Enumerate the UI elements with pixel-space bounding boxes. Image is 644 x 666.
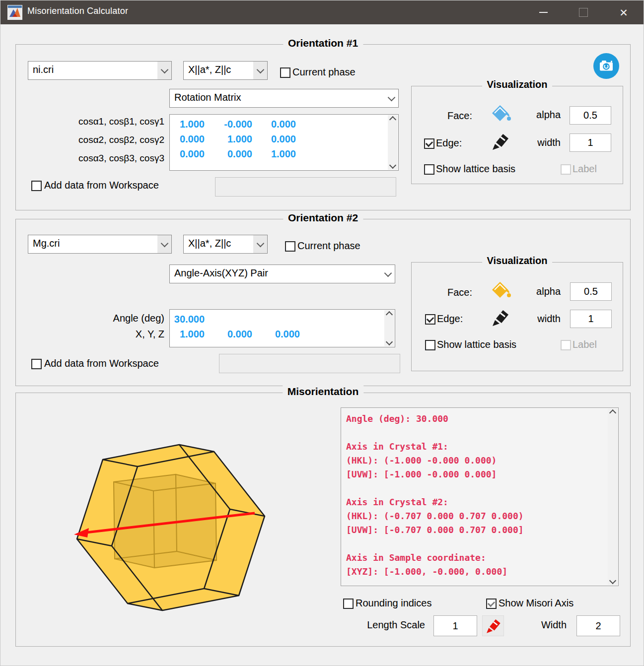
orientation1-edge-checkbox[interactable] (424, 138, 434, 149)
minimize-button[interactable] (528, 0, 558, 24)
orientation2-representation-dropdown[interactable]: Angle-Axis(XYZ) Pair (169, 265, 395, 283)
camera-icon (593, 53, 619, 79)
orientation1-width-input[interactable] (570, 133, 611, 152)
scroll-up-icon[interactable] (389, 116, 396, 123)
output-line: [XYZ]: [-1.000, -0.000, 0.000] (346, 565, 605, 579)
orientation1-workspace-input[interactable] (215, 177, 396, 197)
orientation2-label-checkbox[interactable] (561, 340, 571, 350)
scrollbar[interactable] (384, 310, 394, 346)
orientation2-workspace-input[interactable] (219, 354, 400, 373)
length-scale-input[interactable] (433, 615, 477, 636)
orientation2-width-input[interactable] (570, 310, 612, 328)
alpha-label: alpha (522, 109, 561, 121)
orientation1-representation-dropdown[interactable]: Rotation Matrix (169, 89, 399, 108)
dropdown-arrow (384, 89, 398, 107)
rounding-indices-label: Rounding indices (356, 598, 431, 609)
close-button[interactable]: ✕ (609, 0, 639, 24)
orientation2-lattice-checkbox[interactable] (425, 340, 435, 350)
orientation2-convention-value: X||a*, Z||c (188, 238, 231, 249)
visualization-title: Visualization (482, 255, 553, 266)
snapshot-camera-button[interactable] (593, 53, 619, 79)
crystal-3d-plot[interactable] (30, 402, 338, 646)
orientation2-title: Orientation #2 (283, 212, 363, 224)
dropdown-arrow (253, 235, 267, 253)
minimize-icon (539, 12, 548, 13)
dropdown-arrow (157, 62, 171, 79)
alpha-label: alpha (522, 286, 561, 297)
scroll-down-icon[interactable] (609, 577, 616, 584)
orientation1-edge-color-button[interactable] (488, 130, 512, 153)
orientation2-representation-value: Angle-Axis(XYZ) Pair (174, 267, 268, 279)
maximize-button[interactable] (569, 0, 598, 24)
misorientation-title: Misorientation (283, 386, 364, 398)
misori-width-input[interactable] (576, 615, 620, 636)
show-misori-axis-checkbox[interactable] (486, 599, 497, 609)
scroll-up-icon[interactable] (609, 409, 616, 416)
chevron-down-icon (160, 66, 168, 73)
output-line: (HKL): (-1.000 -0.000 0.000) (346, 454, 605, 467)
orientation1-title: Orientation #1 (283, 37, 363, 49)
matrix-row2-label: cosα2, cosβ2, cosγ2 (48, 134, 164, 145)
orientation1-workspace-checkbox[interactable] (31, 181, 42, 191)
length-scale-label: Length Scale (348, 619, 425, 631)
orientation1-convention-value: X||a*, Z||c (188, 64, 231, 75)
orientation2-phase-dropdown[interactable]: Mg.cri (28, 235, 172, 254)
titlebar: Misorientation Calculator ✕ (0, 0, 644, 24)
orientation1-alpha-input[interactable] (570, 106, 611, 125)
orientation2-phase-value: Mg.cri (33, 238, 60, 249)
paint-bucket-icon (489, 280, 511, 302)
output-line: Angle (deg): 30.000 (346, 412, 605, 426)
orientation1-label-checkbox[interactable] (561, 164, 571, 175)
face-label: Face: (428, 110, 472, 122)
orientation2-workspace-checkbox[interactable] (31, 359, 42, 369)
output-line: [UVW]: [-0.707 0.000 0.707 0.000] (346, 523, 605, 537)
output-line: [UVW]: [-1.000 -0.000 0.000] (346, 467, 605, 481)
orientation1-current-phase-checkbox[interactable] (280, 67, 290, 78)
dropdown-arrow (253, 62, 267, 79)
scrollbar[interactable] (608, 408, 618, 585)
output-line: Axis in Sample coordinate: (346, 551, 605, 565)
orientation2-edge-color-button[interactable] (488, 306, 512, 329)
close-icon: ✕ (619, 7, 628, 18)
orientation1-face-color-button[interactable] (488, 103, 512, 126)
marker-pen-icon (489, 307, 511, 329)
orientation2-face-color-button[interactable] (488, 279, 512, 302)
orientation1-matrix-textarea[interactable]: 1.000-0.0000.000 0.0001.0000.000 0.0000.… (169, 114, 399, 171)
orientation2-angleaxis-textarea[interactable]: 30.000 1.0000.0000.000 (169, 309, 395, 347)
edge-label: Edge: (436, 137, 462, 149)
dropdown-arrow (157, 235, 171, 253)
paint-bucket-icon (489, 103, 511, 125)
misorientation-output[interactable]: Angle (deg): 30.000 Axis in Crystal #1: … (341, 407, 619, 586)
xyz-value-row: 1.0000.0000.000 (174, 327, 395, 341)
angle-label: Angle (deg) (75, 313, 164, 324)
chevron-down-icon (256, 239, 264, 247)
orientation2-current-phase-label: Current phase (297, 240, 360, 252)
window-title: Misorientation Calculator (27, 6, 128, 16)
orientation1-current-phase-label: Current phase (292, 67, 356, 78)
misorientation-calculator-window: Misorientation Calculator ✕ Orientation … (0, 0, 644, 666)
orientation2-edge-checkbox[interactable] (425, 314, 435, 325)
lattice-basis-label: Show lattice basis (437, 339, 516, 350)
orientation2-convention-dropdown[interactable]: X||a*, Z||c (183, 235, 268, 254)
output-line (346, 426, 605, 440)
face-label: Face: (428, 287, 472, 298)
misori-axis-color-button[interactable] (482, 615, 504, 636)
output-line: Axis in Crystal #2: (346, 495, 605, 509)
red-marker-pen-icon (483, 616, 503, 635)
orientation1-workspace-label: Add data from Workspace (44, 180, 159, 191)
scrollbar[interactable] (388, 115, 398, 170)
orientation1-phase-dropdown[interactable]: ni.cri (28, 61, 172, 80)
rounding-indices-checkbox[interactable] (343, 599, 354, 609)
orientation1-lattice-checkbox[interactable] (424, 164, 434, 175)
orientation1-convention-dropdown[interactable]: X||a*, Z||c (183, 61, 268, 80)
scroll-down-icon[interactable] (389, 162, 396, 169)
dropdown-arrow (381, 265, 395, 283)
scroll-up-icon[interactable] (386, 311, 393, 318)
orientation2-current-phase-checkbox[interactable] (285, 241, 295, 252)
orientation2-workspace-label: Add data from Workspace (44, 358, 159, 369)
marker-pen-icon (489, 131, 511, 152)
scroll-down-icon[interactable] (386, 338, 393, 345)
matrix-row1-label: cosα1, cosβ1, cosγ1 (48, 116, 164, 127)
orientation2-alpha-input[interactable] (570, 282, 612, 301)
misori-width-label: Width (527, 619, 567, 631)
